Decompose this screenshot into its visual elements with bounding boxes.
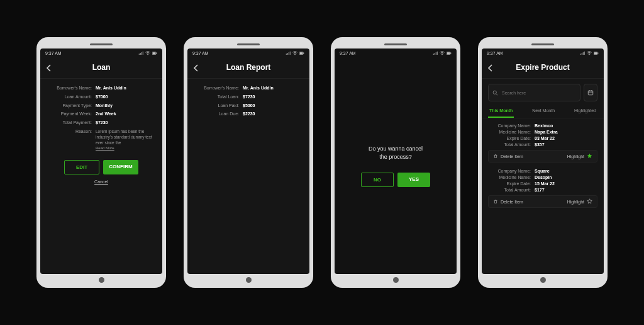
search-field[interactable]: [488, 84, 580, 101]
dialog-message: Do you wanna cancel the process?: [369, 145, 423, 161]
dialog-buttons: NO YES: [361, 173, 430, 187]
tab-this-month[interactable]: This Month: [488, 105, 514, 118]
status-bar: 9:37 AM: [335, 48, 457, 58]
highlight-button[interactable]: Highlight: [567, 153, 592, 159]
svg-rect-10: [594, 52, 597, 54]
delete-item-button[interactable]: Delete Item: [493, 154, 523, 159]
signal-icon: [138, 51, 143, 55]
status-bar: 9:37 AM: [187, 48, 309, 58]
button-row: EDIT CONFIRM: [40, 160, 162, 174]
battery-icon: [299, 51, 304, 55]
status-time: 9:37 AM: [45, 51, 62, 55]
reason-text: Lorem Ipsum has been the industry's stan…: [96, 128, 155, 145]
loan-details: Borrower's Name:Mr. Anis Uddin Loan Amou…: [40, 79, 162, 156]
phone-loan-report: 9:37 AM Loan Report Borrower's Name:Mr. …: [184, 37, 313, 288]
screen-header: Loan: [40, 58, 162, 79]
product-card: Company Name:Beximco Medicine Name:Napa …: [488, 123, 597, 162]
wifi-icon: [292, 51, 297, 55]
tab-next-month[interactable]: Next Month: [531, 105, 556, 118]
star-icon: [587, 153, 592, 159]
confirm-button[interactable]: CONFIRM: [103, 160, 138, 174]
svg-rect-7: [447, 52, 450, 54]
screen-header: Expire Product: [482, 58, 604, 79]
svg-rect-2: [156, 53, 157, 54]
phone-expire-product: 9:37 AM Expire Product: [478, 37, 608, 288]
highlight-button[interactable]: Highlight: [567, 198, 592, 205]
home-indicator: [540, 277, 546, 283]
calendar-icon: [587, 87, 594, 98]
svg-rect-8: [450, 53, 451, 54]
wifi-icon: [440, 51, 445, 55]
svg-rect-5: [303, 53, 304, 54]
home-indicator: [99, 277, 104, 283]
svg-rect-11: [597, 53, 598, 54]
calendar-button[interactable]: [584, 84, 597, 101]
phone-speaker: [237, 43, 260, 45]
phone-loan: 9:37 AM Loan Borrower's Name:Mr. Anis Ud…: [36, 37, 166, 288]
tabs: This Month Next Month Highlighted: [482, 105, 604, 118]
report-details: Borrower's Name:Mr. Anis Uddin Total Loa…: [187, 79, 309, 123]
page-title: Expire Product: [516, 63, 569, 72]
signal-icon: [580, 51, 585, 55]
battery-icon: [447, 51, 452, 55]
cancel-dialog: Do you wanna cancel the process? NO YES: [335, 58, 457, 274]
phone-speaker: [384, 43, 407, 45]
search-row: [482, 79, 604, 105]
back-button[interactable]: [487, 64, 494, 72]
phone-speaker: [531, 43, 554, 45]
read-more-link[interactable]: Read More: [96, 146, 114, 150]
star-outline-icon: [587, 198, 592, 205]
svg-rect-1: [153, 52, 156, 54]
status-bar: 9:37 AM: [40, 48, 162, 58]
trash-icon: [493, 154, 498, 159]
search-input[interactable]: [501, 90, 576, 96]
phone-cancel-dialog: 9:37 AM Do you wanna cancel the process?…: [331, 37, 460, 288]
status-bar: 9:37 AM: [482, 48, 604, 58]
search-icon: [492, 87, 498, 98]
tab-highlighted[interactable]: Highlighted: [573, 105, 597, 118]
yes-button[interactable]: YES: [397, 173, 430, 187]
product-actions: Delete Item Highlight: [488, 195, 597, 208]
wifi-icon: [145, 51, 150, 55]
page-title: Loan: [92, 63, 111, 72]
product-card: Company Name:Square Medicine Name:Desopi…: [488, 169, 597, 208]
status-time: 9:37 AM: [192, 51, 209, 55]
home-indicator: [246, 277, 252, 283]
cancel-link[interactable]: Cancel: [40, 180, 162, 184]
battery-icon: [152, 51, 157, 55]
edit-button[interactable]: EDIT: [64, 160, 99, 174]
signal-icon: [286, 51, 291, 55]
battery-icon: [594, 51, 599, 55]
page-title: Loan Report: [226, 63, 271, 72]
home-indicator: [393, 277, 399, 283]
no-button[interactable]: NO: [361, 173, 394, 187]
back-button[interactable]: [45, 64, 53, 72]
trash-icon: [493, 199, 498, 205]
svg-point-12: [493, 91, 496, 94]
product-list: Company Name:Beximco Medicine Name:Napa …: [482, 118, 604, 213]
delete-item-button[interactable]: Delete Item: [493, 199, 523, 205]
back-button[interactable]: [192, 64, 200, 72]
svg-rect-13: [588, 91, 593, 95]
phone-speaker: [90, 43, 113, 45]
product-actions: Delete Item Highlight: [488, 150, 597, 162]
svg-rect-4: [300, 52, 303, 54]
status-time: 9:37 AM: [340, 51, 356, 55]
wifi-icon: [587, 51, 592, 55]
screen-header: Loan Report: [187, 58, 309, 79]
signal-icon: [433, 51, 438, 55]
status-time: 9:37 AM: [487, 51, 503, 55]
mockup-stage: 9:37 AM Loan Borrower's Name:Mr. Anis Ud…: [0, 0, 644, 325]
